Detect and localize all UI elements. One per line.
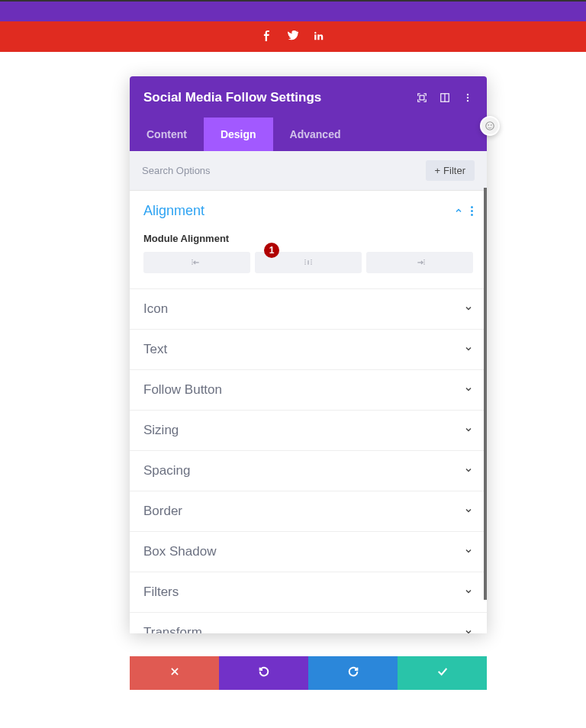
section-title-icon: Icon [143, 301, 168, 317]
chevron-up-icon[interactable] [454, 205, 463, 218]
top-social-bar [0, 21, 586, 52]
section-title-sizing: Sizing [143, 423, 179, 438]
svg-point-13 [486, 122, 494, 130]
top-purple-bar [0, 0, 586, 21]
section-title-filters: Filters [143, 585, 179, 600]
chevron-down-icon [464, 343, 473, 356]
section-kebab-icon[interactable] [471, 206, 473, 216]
svg-point-3 [467, 94, 468, 95]
section-title-follow-button: Follow Button [143, 382, 222, 398]
close-icon [169, 666, 180, 680]
filter-label: Filter [443, 165, 465, 176]
redo-button[interactable] [308, 656, 398, 690]
svg-point-5 [467, 100, 468, 101]
annotation-badge-1: 1 [264, 243, 279, 258]
sections-container: Alignment Module Alignment [130, 191, 487, 633]
modal-header: Social Media Follow Settings [130, 76, 487, 118]
chevron-down-icon [464, 424, 473, 437]
kebab-menu-icon[interactable] [462, 92, 473, 103]
align-left-button[interactable] [143, 252, 250, 273]
chevron-down-icon [464, 545, 473, 559]
plus-icon: + [435, 165, 441, 176]
section-title-box-shadow: Box Shadow [143, 544, 216, 559]
tab-design[interactable]: Design [204, 118, 273, 151]
expand-icon[interactable] [417, 92, 427, 103]
snap-icon[interactable] [440, 92, 450, 103]
cancel-button[interactable] [130, 656, 219, 690]
section-transform[interactable]: Transform [130, 613, 487, 633]
svg-point-14 [488, 124, 489, 126]
section-title-text: Text [143, 342, 167, 357]
twitter-icon[interactable] [288, 31, 298, 43]
scrollbar[interactable] [484, 188, 487, 600]
module-alignment-label: Module Alignment [143, 233, 473, 244]
chevron-down-icon [464, 464, 473, 478]
alignment-buttons: 1 [143, 252, 473, 273]
settings-modal: Social Media Follow Settings Content Des… [130, 76, 487, 633]
undo-button[interactable] [219, 656, 308, 690]
section-icon[interactable]: Icon [130, 289, 487, 330]
chevron-down-icon [464, 626, 473, 633]
tab-content[interactable]: Content [130, 118, 204, 151]
section-text[interactable]: Text [130, 330, 487, 370]
section-header-alignment[interactable]: Alignment [143, 203, 473, 219]
filter-button[interactable]: + Filter [426, 160, 475, 181]
section-title-border: Border [143, 504, 182, 519]
linkedin-icon[interactable] [314, 31, 324, 43]
modal-title: Social Media Follow Settings [143, 90, 321, 105]
section-sizing[interactable]: Sizing [130, 411, 487, 451]
chevron-down-icon [464, 302, 473, 316]
facebook-icon[interactable] [262, 31, 272, 43]
chevron-down-icon [464, 504, 473, 518]
tab-advanced[interactable]: Advanced [273, 118, 358, 151]
chevron-down-icon [464, 383, 473, 397]
search-input[interactable]: Search Options [142, 165, 211, 176]
modal-header-actions [417, 92, 473, 103]
section-title-transform: Transform [143, 625, 202, 633]
undo-icon [258, 665, 270, 681]
section-alignment: Alignment Module Alignment [130, 191, 487, 289]
section-title-spacing: Spacing [143, 463, 190, 478]
section-border[interactable]: Border [130, 491, 487, 532]
save-button[interactable] [398, 656, 487, 690]
section-spacing[interactable]: Spacing [130, 451, 487, 491]
section-title-alignment: Alignment [143, 203, 204, 219]
section-controls [454, 205, 473, 218]
section-filters[interactable]: Filters [130, 572, 487, 613]
check-icon [436, 665, 449, 681]
align-right-button[interactable] [366, 252, 473, 273]
modal-footer [130, 656, 487, 690]
section-box-shadow[interactable]: Box Shadow [130, 532, 487, 572]
chevron-down-icon [464, 585, 473, 599]
floating-action-icon[interactable] [480, 116, 500, 136]
svg-point-4 [467, 97, 468, 98]
svg-point-15 [491, 124, 492, 126]
search-row: Search Options + Filter [130, 151, 487, 191]
svg-rect-0 [420, 95, 424, 100]
tabs: Content Design Advanced [130, 118, 487, 151]
redo-icon [347, 665, 359, 681]
section-follow-button[interactable]: Follow Button [130, 370, 487, 411]
